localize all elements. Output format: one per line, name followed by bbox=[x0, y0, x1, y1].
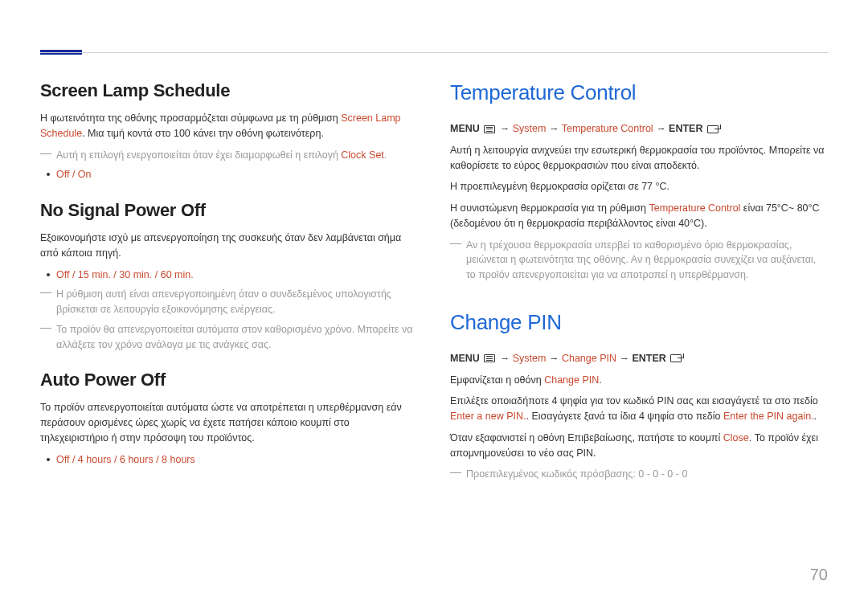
para-temp-3: Η συνιστώμενη θερμοκρασία για τη ρύθμιση… bbox=[450, 201, 828, 231]
dash-icon: ― bbox=[40, 321, 51, 353]
note-text: Το προϊόν θα απενεργοποιείται αυτόματα σ… bbox=[56, 322, 418, 353]
bullet-icon bbox=[47, 458, 50, 461]
section-no-signal-power-off: No Signal Power Off Εξοικονομήστε ισχύ μ… bbox=[40, 200, 418, 352]
left-column: Screen Lamp Schedule Η φωτεινότητα της ο… bbox=[40, 80, 418, 500]
arrow-separator: → bbox=[656, 123, 669, 134]
dash-icon: ― bbox=[40, 146, 51, 163]
dash-icon: ― bbox=[450, 236, 461, 283]
arrow-separator: → bbox=[500, 123, 513, 134]
note-text: Αν η τρέχουσα θερμοκρασία υπερβεί το καθ… bbox=[466, 238, 828, 283]
dash-icon: ― bbox=[450, 465, 461, 482]
nav-system: System bbox=[513, 123, 547, 134]
note-no-signal-1: ― Η ρύθμιση αυτή είναι απενεργοποιημένη … bbox=[40, 287, 418, 317]
heading-screen-lamp-schedule: Screen Lamp Schedule bbox=[40, 80, 418, 101]
para-screen-lamp-1: Η φωτεινότητα της οθόνης προσαρμόζεται σ… bbox=[40, 111, 418, 141]
text-fragment: . bbox=[384, 149, 387, 161]
text-emphasis-red: Enter the PIN again. bbox=[723, 411, 814, 422]
bullet-icon bbox=[47, 173, 50, 176]
text-emphasis-red: Change PIN bbox=[544, 374, 599, 386]
page-columns: Screen Lamp Schedule Η φωτεινότητα της ο… bbox=[40, 80, 828, 500]
arrow-separator: → bbox=[620, 353, 633, 364]
bullet-icon bbox=[47, 273, 50, 276]
text-emphasis-red: Close bbox=[723, 432, 749, 443]
note-no-signal-2: ― Το προϊόν θα απενεργοποιείται αυτόματα… bbox=[40, 322, 418, 353]
para-pin-3: Όταν εξαφανιστεί η οθόνη Επιβεβαίωσης, π… bbox=[450, 431, 828, 461]
text-fragment: . Μια τιμή κοντά στο 100 κάνει την οθόνη… bbox=[82, 128, 324, 139]
section-auto-power-off: Auto Power Off Το προϊόν απενεργοποιείτα… bbox=[40, 370, 418, 467]
nav-path-change-pin: MENU → System → Change PIN → ENTER bbox=[450, 351, 828, 366]
enter-button-icon bbox=[707, 125, 719, 133]
para-auto-power-1: Το προϊόν απενεργοποιείται αυτόματα ώστε… bbox=[40, 400, 418, 445]
section-screen-lamp-schedule: Screen Lamp Schedule Η φωτεινότητα της ο… bbox=[40, 80, 418, 182]
text-fragment: . bbox=[599, 374, 601, 386]
arrow-separator: → bbox=[549, 123, 562, 134]
nav-menu-label: MENU bbox=[450, 353, 480, 364]
heading-no-signal-power-off: No Signal Power Off bbox=[40, 200, 418, 221]
nav-temperature-control: Temperature Control bbox=[562, 123, 653, 134]
text-fragment: Η συνιστώμενη θερμοκρασία για τη ρύθμιση bbox=[450, 202, 649, 214]
section-change-pin: Change PIN MENU → System → Change PIN → … bbox=[450, 310, 828, 482]
page-number: 70 bbox=[810, 566, 828, 584]
bullet-auto-power-options: Off / 4 hours / 6 hours / 8 hours bbox=[40, 452, 418, 468]
para-pin-1: Εμφανίζεται η οθόνη Change PIN. bbox=[450, 373, 828, 388]
note-clock-set: ― Αυτή η επιλογή ενεργοποιείται όταν έχε… bbox=[40, 148, 418, 163]
bullet-off-on: Off / On bbox=[40, 167, 418, 182]
arrow-separator: → bbox=[549, 353, 562, 364]
menu-button-icon bbox=[484, 354, 495, 362]
text-fragment: . bbox=[814, 411, 817, 422]
text-fragment: . Εισαγάγετε ξανά τα ίδια 4 ψηφία στο πε… bbox=[526, 411, 724, 422]
note-default-pin: ― Προεπιλεγμένος κωδικός πρόσβασης: 0 - … bbox=[450, 467, 828, 482]
text-fragment: Αυτή η επιλογή ενεργοποιείται όταν έχει … bbox=[56, 149, 341, 161]
nav-enter-label: ENTER bbox=[633, 353, 666, 364]
para-temp-1: Αυτή η λειτουργία ανιχνεύει την εσωτερικ… bbox=[450, 143, 828, 174]
para-no-signal-1: Εξοικονομήστε ισχύ με απενεργοποίηση της… bbox=[40, 231, 418, 261]
note-temp-1: ― Αν η τρέχουσα θερμοκρασία υπερβεί το κ… bbox=[450, 238, 828, 283]
nav-enter-label: ENTER bbox=[669, 123, 702, 134]
enter-button-icon bbox=[670, 354, 682, 362]
text-emphasis-red: Clock Set bbox=[341, 149, 384, 161]
nav-system: System bbox=[513, 353, 547, 364]
page-horizontal-rule bbox=[40, 52, 828, 53]
section-temperature-control: Temperature Control MENU → System → Temp… bbox=[450, 80, 828, 283]
text-fragment: Όταν εξαφανιστεί η οθόνη Επιβεβαίωσης, π… bbox=[450, 432, 723, 443]
heading-auto-power-off: Auto Power Off bbox=[40, 370, 418, 390]
heading-change-pin: Change PIN bbox=[450, 310, 828, 335]
text-fragment: Επιλέξτε οποιαδήποτε 4 ψηφία για τον κωδ… bbox=[450, 395, 818, 407]
note-text: Αυτή η επιλογή ενεργοποιείται όταν έχει … bbox=[56, 148, 418, 163]
nav-change-pin: Change PIN bbox=[562, 353, 616, 364]
dash-icon: ― bbox=[40, 285, 51, 317]
bullet-no-signal-options: Off / 15 min. / 30 min. / 60 min. bbox=[40, 268, 418, 283]
text-emphasis-red: Temperature Control bbox=[649, 202, 740, 214]
option-values: Off / 15 min. / 30 min. / 60 min. bbox=[56, 268, 194, 283]
heading-temperature-control: Temperature Control bbox=[450, 80, 828, 105]
menu-button-icon bbox=[484, 125, 495, 133]
text-emphasis-red: Enter a new PIN. bbox=[450, 411, 526, 422]
option-values: Off / On bbox=[56, 167, 92, 182]
nav-menu-label: MENU bbox=[450, 123, 480, 134]
note-text: Η ρύθμιση αυτή είναι απενεργοποιημένη ότ… bbox=[56, 287, 418, 317]
right-column: Temperature Control MENU → System → Temp… bbox=[450, 80, 828, 500]
note-text: Προεπιλεγμένος κωδικός πρόσβασης: 0 - 0 … bbox=[466, 467, 828, 482]
arrow-separator: → bbox=[500, 353, 513, 364]
text-fragment: Εμφανίζεται η οθόνη bbox=[450, 374, 544, 386]
nav-path-temperature: MENU → System → Temperature Control → EN… bbox=[450, 121, 828, 137]
para-pin-2: Επιλέξτε οποιαδήποτε 4 ψηφία για τον κωδ… bbox=[450, 394, 828, 424]
para-temp-2: Η προεπιλεγμένη θερμοκρασία ορίζεται σε … bbox=[450, 179, 828, 194]
text-fragment: Η φωτεινότητα της οθόνης προσαρμόζεται σ… bbox=[40, 112, 341, 124]
option-values: Off / 4 hours / 6 hours / 8 hours bbox=[56, 452, 195, 468]
